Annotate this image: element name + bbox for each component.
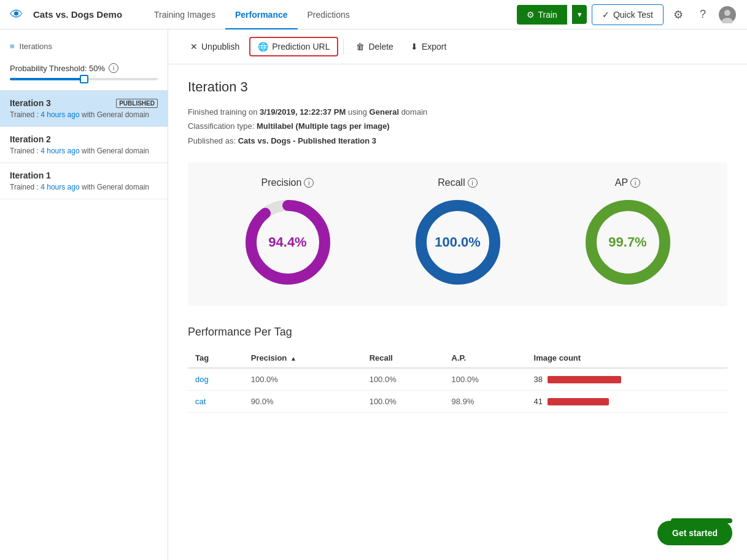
- sidebar: ≡ Iterations Probability Threshold: 50% …: [0, 29, 168, 560]
- sidebar-item-iteration3[interactable]: Iteration 3 PUBLISHED Trained : 4 hours …: [0, 91, 168, 127]
- prediction-url-button[interactable]: 🌐 Prediction URL: [249, 37, 338, 56]
- probability-slider[interactable]: [10, 78, 158, 80]
- col-ap: A.P.: [444, 348, 527, 368]
- close-icon: ✕: [190, 42, 198, 52]
- cat-bar-container: 41: [534, 397, 720, 406]
- table-header-row: Tag Precision ▲ Recall A.P. Image count: [188, 348, 727, 368]
- tag-dog-link[interactable]: dog: [195, 375, 209, 384]
- checkmark-icon: ✓: [602, 10, 610, 20]
- layers-icon: ≡: [10, 42, 15, 51]
- app-logo-icon: 👁: [10, 7, 23, 23]
- globe-icon: 🌐: [258, 42, 268, 52]
- meta-line3: Published as: Cats vs. Dogs - Published …: [188, 134, 727, 148]
- iteration1-detail: Trained : 4 hours ago with General domai…: [10, 183, 158, 191]
- col-precision: Precision ▲: [244, 348, 362, 368]
- dog-bar: [548, 376, 621, 383]
- iteration2-time-link[interactable]: 4 hours ago: [41, 147, 79, 155]
- svg-point-1: [724, 10, 730, 16]
- nav-tabs: Training Images Performance Predictions: [144, 0, 509, 29]
- precision-value: 94.4%: [268, 234, 306, 250]
- col-recall: Recall: [362, 348, 444, 368]
- slider-fill: [10, 78, 84, 80]
- cat-precision: 90.0%: [244, 391, 362, 413]
- dog-count: 38: [527, 368, 727, 391]
- dog-precision: 100.0%: [244, 368, 362, 391]
- trash-icon: 🗑: [356, 42, 365, 52]
- toolbar: ✕ Unpublish 🌐 Prediction URL 🗑 Delete ⬇ …: [168, 29, 747, 64]
- recall-card: Recall i 100.0%: [409, 177, 507, 291]
- slider-thumb[interactable]: [80, 75, 88, 83]
- table-row: cat 90.0% 100.0% 98.9% 41: [188, 391, 727, 413]
- header-actions: ⚙ Train ▾ ✓ Quick Test ⚙ ?: [517, 4, 738, 25]
- recall-value: 100.0%: [435, 234, 481, 250]
- export-button[interactable]: ⬇ Export: [403, 38, 454, 55]
- tab-training-images[interactable]: Training Images: [144, 0, 225, 29]
- ap-card: AP i 99.7%: [579, 177, 677, 291]
- col-image-count: Image count: [527, 348, 727, 368]
- dog-ap: 100.0%: [444, 368, 527, 391]
- tab-performance[interactable]: Performance: [225, 0, 298, 29]
- delete-button[interactable]: 🗑 Delete: [349, 38, 400, 55]
- ap-value: 99.7%: [608, 234, 646, 250]
- precision-card: Precision i 94.4%: [239, 177, 337, 291]
- app-title: Cats vs. Dogs Demo: [33, 9, 122, 20]
- sidebar-item-iteration2[interactable]: Iteration 2 Trained : 4 hours ago with G…: [0, 127, 168, 163]
- settings-icon[interactable]: ⚙: [668, 5, 688, 25]
- dog-recall: 100.0%: [362, 368, 444, 391]
- ap-donut: 99.7%: [579, 193, 677, 291]
- header: 👁 Cats vs. Dogs Demo Training Images Per…: [0, 0, 747, 29]
- toolbar-divider: [343, 39, 344, 54]
- quick-test-button[interactable]: ✓ Quick Test: [592, 4, 664, 25]
- cat-ap: 98.9%: [444, 391, 527, 413]
- precision-donut: 94.4%: [239, 193, 337, 291]
- sort-icon[interactable]: ▲: [290, 355, 296, 362]
- iteration-title: Iteration 3: [188, 79, 727, 95]
- cat-bar: [548, 398, 609, 405]
- meta-line2: Classification type: Multilabel (Multipl…: [188, 119, 727, 133]
- col-tag: Tag: [188, 348, 244, 368]
- iteration2-header: Iteration 2: [10, 134, 158, 144]
- recall-donut: 100.0%: [409, 193, 507, 291]
- iteration2-detail: Trained : 4 hours ago with General domai…: [10, 147, 158, 155]
- published-badge: PUBLISHED: [116, 99, 158, 108]
- precision-label: Precision i: [261, 177, 314, 188]
- train-dropdown-button[interactable]: ▾: [572, 5, 587, 24]
- help-icon[interactable]: ?: [693, 5, 713, 25]
- tag-cat-link[interactable]: cat: [195, 397, 206, 406]
- precision-info-icon[interactable]: i: [304, 178, 314, 188]
- iterations-label: ≡ Iterations: [0, 39, 168, 58]
- ap-info-icon[interactable]: i: [630, 178, 640, 188]
- iteration1-time-link[interactable]: 4 hours ago: [41, 183, 79, 191]
- train-button[interactable]: ⚙ Train: [517, 5, 567, 25]
- iteration1-header: Iteration 1: [10, 171, 158, 180]
- export-icon: ⬇: [411, 42, 418, 52]
- cat-count: 41: [527, 391, 727, 413]
- dog-bar-container: 38: [534, 375, 720, 384]
- meta-line1: Finished training on 3/19/2019, 12:22:37…: [188, 105, 727, 119]
- sidebar-item-iteration1[interactable]: Iteration 1 Trained : 4 hours ago with G…: [0, 163, 168, 199]
- unpublish-button[interactable]: ✕ Unpublish: [183, 38, 247, 55]
- iteration-meta: Finished training on 3/19/2019, 12:22:37…: [188, 105, 727, 148]
- gear-icon: ⚙: [527, 10, 535, 20]
- performance-table: Tag Precision ▲ Recall A.P. Image count …: [188, 348, 727, 413]
- recall-info-icon[interactable]: i: [468, 178, 478, 188]
- performance-per-tag-title: Performance Per Tag: [188, 326, 727, 339]
- metrics-section: Precision i 94.4% Recall: [188, 163, 727, 306]
- avatar[interactable]: [718, 5, 737, 25]
- probability-info-icon[interactable]: i: [109, 63, 118, 73]
- get-started-button[interactable]: Get started: [657, 521, 732, 545]
- content-area: Iteration 3 Finished training on 3/19/20…: [168, 64, 747, 428]
- recall-label: Recall i: [438, 177, 477, 188]
- probability-section: Probability Threshold: 50% i: [0, 58, 168, 91]
- tab-predictions[interactable]: Predictions: [298, 0, 360, 29]
- ap-label: AP i: [615, 177, 640, 188]
- iteration3-detail: Trained : 4 hours ago with General domai…: [10, 110, 158, 119]
- iteration3-header: Iteration 3 PUBLISHED: [10, 98, 158, 108]
- probability-label: Probability Threshold: 50% i: [10, 63, 158, 73]
- iteration3-time-link[interactable]: 4 hours ago: [41, 110, 79, 119]
- cat-recall: 100.0%: [362, 391, 444, 413]
- main-content: ✕ Unpublish 🌐 Prediction URL 🗑 Delete ⬇ …: [168, 29, 747, 560]
- table-row: dog 100.0% 100.0% 100.0% 38: [188, 368, 727, 391]
- main-layout: ≡ Iterations Probability Threshold: 50% …: [0, 29, 747, 560]
